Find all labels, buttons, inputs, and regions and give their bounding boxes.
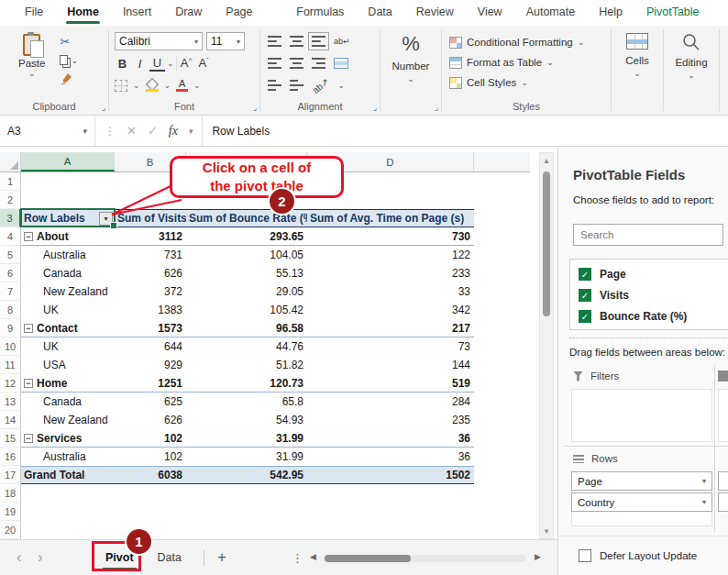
font-size-combo[interactable]: 11▾ [206, 32, 245, 50]
number-group[interactable]: % Number ⌄ ⌟ [381, 26, 441, 115]
menu-tab-formulas[interactable]: Formulas [284, 0, 356, 26]
cells-button[interactable]: Cells ⌄ [612, 26, 663, 115]
pivot-row-label[interactable]: −Contact [21, 319, 115, 337]
bold-button[interactable]: B [115, 57, 130, 71]
search-input[interactable] [573, 224, 723, 246]
orientation-icon[interactable]: ab↗ [311, 76, 331, 95]
pivot-value-cell[interactable]: 293.65 [186, 227, 307, 246]
formula-input[interactable]: Row Labels [202, 116, 728, 146]
pivot-value-cell[interactable]: 105.42 [186, 301, 307, 319]
menu-tab-review[interactable]: Review [404, 0, 466, 26]
row-header-6[interactable]: 6 [0, 264, 21, 282]
pivot-row-label[interactable]: Grand Total [21, 466, 115, 484]
menu-tab-home[interactable]: Home [55, 0, 111, 26]
field-item-visits[interactable]: ✓Visits [570, 284, 728, 305]
pivot-row-label[interactable]: −About [21, 227, 115, 246]
pivot-value-cell[interactable]: 233 [307, 264, 474, 282]
chevron-down-icon[interactable]: ⌄ [164, 83, 171, 88]
sheet-tab-data[interactable]: Data [146, 540, 193, 575]
alignment-dialog-launcher-icon[interactable]: ⌟ [373, 103, 377, 112]
pivot-value-cell[interactable]: 730 [307, 227, 474, 246]
pivot-row-label[interactable]: Australia [21, 246, 115, 264]
filter-dropdown-button[interactable]: ▾ [99, 212, 113, 226]
pivot-value-cell[interactable]: 1502 [307, 466, 474, 484]
number-dialog-launcher-icon[interactable]: ⌟ [435, 103, 438, 112]
new-sheet-button[interactable]: + [211, 540, 233, 575]
pivot-header-cell[interactable]: Sum of Visits [115, 209, 186, 227]
pivot-value-cell[interactable]: 6038 [115, 466, 186, 484]
menu-tab-data[interactable]: Data [356, 0, 403, 26]
horizontal-scroll-thumb[interactable] [325, 555, 411, 562]
defer-layout-checkbox[interactable] [579, 549, 591, 562]
row-header-17[interactable]: 17 [0, 466, 21, 484]
collapse-button[interactable]: − [24, 379, 33, 388]
menu-tab-automate[interactable]: Automate [514, 0, 588, 26]
rows-field-country[interactable]: Country▾ [571, 492, 712, 512]
scroll-left-icon[interactable]: ◀ [310, 552, 316, 561]
prev-sheet-icon[interactable]: ‹ [17, 549, 21, 566]
pivot-value-cell[interactable]: 626 [115, 411, 186, 429]
menu-tab-help[interactable]: Help [587, 0, 634, 26]
editing-button[interactable]: Editing ⌄ [664, 26, 719, 115]
pivot-row-label[interactable]: −Services [21, 429, 115, 448]
pivot-row-label[interactable]: USA [21, 356, 115, 374]
pivot-value-cell[interactable]: 120.73 [186, 374, 307, 393]
pivot-value-cell[interactable]: 44.76 [186, 337, 307, 356]
row-header-11[interactable]: 11 [0, 356, 21, 374]
pivot-row-label[interactable]: UK [21, 337, 115, 356]
row-header-8[interactable]: 8 [0, 301, 21, 319]
pivot-row-label[interactable]: New Zealand [21, 411, 115, 429]
checkbox-visits[interactable]: ✓ [579, 289, 591, 302]
paste-button[interactable]: Paste ⌄ [13, 30, 50, 85]
row-header-16[interactable]: 16 [0, 448, 21, 466]
increase-font-size-button[interactable]: A^ [179, 56, 194, 70]
row-header-14[interactable]: 14 [0, 411, 21, 429]
pivot-value-cell[interactable]: 51.82 [186, 356, 307, 374]
filters-area-box[interactable] [571, 389, 712, 442]
scroll-up-icon[interactable]: ▲ [540, 154, 553, 167]
cell-styles-button[interactable]: Cell Styles⌄ [442, 72, 611, 93]
rows-field-page[interactable]: Page▾ [571, 471, 712, 491]
pivot-value-cell[interactable]: 235 [307, 411, 474, 429]
pivot-value-cell[interactable]: 96.58 [186, 319, 307, 337]
values-field-partial[interactable] [718, 471, 728, 491]
fill-color-icon[interactable] [146, 80, 159, 92]
menu-tab-pivottable-analyze[interactable]: PivotTable Analyze [634, 0, 728, 26]
font-name-combo[interactable]: Calibri▾ [115, 32, 203, 50]
underline-button[interactable]: U [149, 56, 165, 72]
menu-tab-draw[interactable]: Draw [163, 0, 214, 26]
next-sheet-icon[interactable]: › [38, 549, 42, 566]
pivot-value-cell[interactable]: 731 [115, 246, 186, 264]
collapse-button[interactable]: − [24, 324, 33, 333]
menu-tab-page-layout[interactable]: Page Layout [214, 0, 284, 26]
pivot-value-cell[interactable]: 55.13 [186, 264, 307, 282]
pivot-value-cell[interactable]: 342 [307, 301, 474, 319]
pivot-value-cell[interactable]: 54.93 [186, 411, 307, 429]
pivot-value-cell[interactable]: 31.99 [186, 448, 307, 466]
pivot-row-label[interactable]: Canada [21, 264, 115, 282]
pivot-value-cell[interactable]: 1383 [115, 301, 186, 319]
conditional-formatting-button[interactable]: Conditional Formatting⌄ [442, 32, 611, 52]
pivot-value-cell[interactable]: 372 [115, 282, 186, 301]
row-header-20[interactable]: 20 [0, 521, 21, 539]
row-header-18[interactable]: 18 [0, 484, 21, 503]
cancel-icon[interactable]: ✕ [127, 124, 137, 138]
format-painter-button[interactable] [60, 72, 78, 85]
collapse-button[interactable]: − [24, 232, 33, 241]
align-left-icon[interactable] [268, 58, 281, 69]
pivot-value-cell[interactable]: 284 [307, 393, 474, 411]
row-header-3[interactable]: 3 [0, 209, 21, 227]
row-header-13[interactable]: 13 [0, 393, 21, 411]
align-right-icon[interactable] [312, 58, 325, 69]
pivot-value-cell[interactable]: 1573 [115, 319, 186, 337]
pivot-value-cell[interactable]: 644 [115, 337, 186, 356]
pivot-header-cell[interactable]: Sum of Bounce Rate (%) [186, 209, 307, 227]
chevron-down-icon[interactable]: ⌄ [167, 61, 174, 66]
pivot-value-cell[interactable]: 31.99 [186, 429, 307, 448]
format-as-table-button[interactable]: Format as Table⌄ [442, 52, 611, 72]
field-item-bounce-rate[interactable]: ✓Bounce Rate (%) [570, 305, 728, 326]
checkbox-page[interactable]: ✓ [579, 268, 591, 281]
scroll-down-icon[interactable]: ▼ [540, 525, 553, 537]
row-header-1[interactable]: 1 [0, 172, 21, 191]
wrap-text-icon[interactable]: ab↵ [334, 37, 350, 46]
